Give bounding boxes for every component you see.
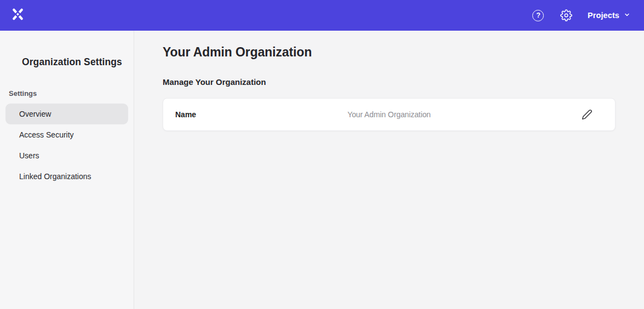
projects-dropdown[interactable]: Projects [588, 11, 630, 20]
brand-x-logo-icon [12, 8, 24, 23]
topbar-actions: ? Projects [532, 9, 630, 22]
section-title: Manage Your Organization [163, 77, 616, 87]
sidebar-nav: Overview Access Security Users Linked Or… [0, 104, 134, 187]
help-glyph: ? [536, 12, 540, 19]
sidebar-title: Organization Settings [22, 56, 123, 68]
organization-name-card: Name Your Admin Organization [163, 98, 616, 131]
brand-logo[interactable] [12, 8, 24, 23]
sidebar-item-overview[interactable]: Overview [5, 104, 128, 124]
top-navigation-bar: ? Projects [0, 0, 644, 31]
page-title: Your Admin Organization [163, 45, 616, 60]
gear-icon[interactable] [560, 9, 573, 22]
sidebar-item-access-security[interactable]: Access Security [5, 124, 128, 145]
page-layout: Organization Settings Settings Overview … [0, 31, 644, 309]
settings-sidebar: Organization Settings Settings Overview … [0, 31, 134, 309]
name-field-value: Your Admin Organization [163, 110, 615, 119]
pencil-icon[interactable] [580, 107, 594, 122]
main-content: Your Admin Organization Manage Your Orga… [134, 31, 644, 309]
sidebar-section-label: Settings [9, 89, 125, 98]
sidebar-item-users[interactable]: Users [5, 145, 128, 166]
help-circle: ? [532, 10, 544, 21]
projects-label: Projects [588, 11, 619, 20]
sidebar-item-linked-organizations[interactable]: Linked Organizations [5, 166, 128, 187]
help-icon[interactable]: ? [532, 9, 545, 22]
chevron-down-icon [624, 11, 630, 20]
name-field-label: Name [175, 110, 196, 119]
